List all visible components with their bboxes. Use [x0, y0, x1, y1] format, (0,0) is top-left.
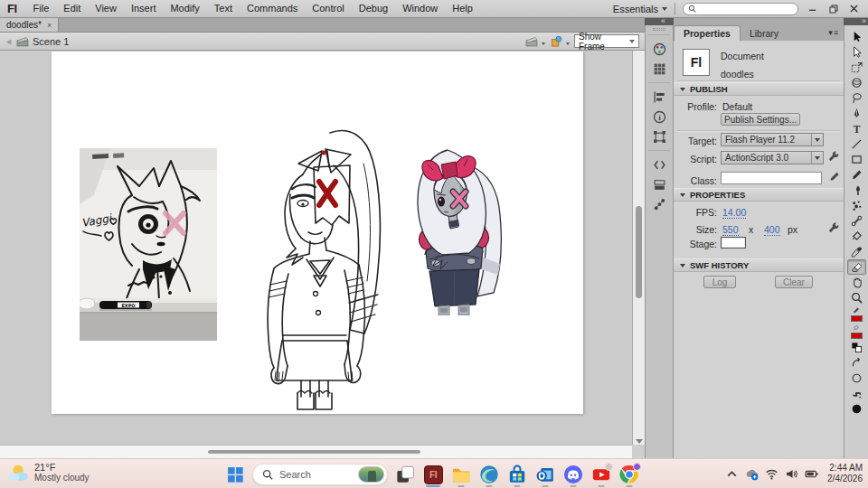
selection-tool[interactable]	[847, 29, 866, 44]
stage-horizontal-scrollbar[interactable]	[0, 445, 632, 458]
menu-modify[interactable]: Modify	[163, 0, 206, 17]
3d-rotation-tool[interactable]	[847, 75, 866, 90]
color-panel-icon[interactable]	[648, 39, 670, 59]
swap-colors-tool[interactable]	[847, 355, 866, 371]
taskbar-app-chrome[interactable]	[618, 463, 640, 486]
menu-edit[interactable]: Edit	[56, 0, 88, 17]
class-input[interactable]	[721, 172, 822, 184]
taskbar-app-outlook[interactable]	[534, 463, 556, 486]
eyedropper-tool[interactable]	[847, 244, 866, 259]
wrench-icon[interactable]	[828, 222, 840, 234]
hand-tool[interactable]	[847, 275, 866, 290]
dock-grip-handle[interactable]	[653, 28, 665, 31]
pencil-tool[interactable]	[847, 167, 866, 183]
eraser-tool[interactable]	[847, 259, 866, 275]
battery-icon[interactable]	[805, 467, 818, 481]
document-name[interactable]: doodles	[721, 69, 754, 80]
expand-tools-icon[interactable]: »	[862, 18, 866, 24]
edit-symbols-button[interactable]	[550, 35, 562, 47]
tab-properties[interactable]: Properties	[674, 25, 741, 41]
stage-canvas[interactable]: Vaggi EXPO	[52, 52, 583, 414]
line-tool[interactable]	[847, 136, 866, 152]
weather-widget[interactable]: 21°F Mostly cloudy	[7, 462, 90, 483]
section-properties[interactable]: PROPERTIES	[674, 188, 844, 202]
menu-commands[interactable]: Commands	[240, 0, 305, 17]
menu-file[interactable]: File	[26, 0, 57, 17]
eraser-shape-tool[interactable]	[847, 401, 866, 417]
edit-scene-button[interactable]	[525, 36, 538, 47]
size-width-value[interactable]: 550	[722, 224, 739, 236]
pen-tool[interactable]	[847, 106, 866, 121]
artwork-line-art-character[interactable]	[258, 126, 393, 415]
document-tab-doodles[interactable]: doodles* ×	[0, 18, 59, 32]
search-highlight-image[interactable]	[358, 466, 384, 483]
log-button[interactable]: Log	[703, 276, 736, 288]
taskbar-app-store[interactable]	[506, 463, 528, 486]
section-swf-history[interactable]: SWF HISTORY	[674, 258, 844, 272]
scroll-down-arrow-icon[interactable]	[636, 439, 643, 444]
subselection-tool[interactable]	[847, 44, 866, 60]
faucet-tool[interactable]	[847, 386, 866, 401]
menu-view[interactable]: View	[88, 0, 124, 17]
bone-tool[interactable]	[847, 213, 866, 229]
menu-text[interactable]: Text	[207, 0, 240, 17]
taskbar-app-youtube[interactable]	[590, 463, 612, 486]
taskbar-app-flash[interactable]: Fl	[422, 463, 444, 486]
zoom-tool[interactable]	[847, 290, 866, 305]
motion-presets-panel-icon[interactable]	[648, 194, 670, 214]
black-white-tool[interactable]	[847, 340, 866, 355]
menu-window[interactable]: Window	[395, 0, 445, 17]
panel-menu-icon[interactable]: ▾≡	[828, 28, 839, 37]
wrench-icon[interactable]	[828, 151, 840, 163]
pasteboard[interactable]: Vaggi EXPO	[0, 51, 632, 445]
menu-debug[interactable]: Debug	[352, 0, 395, 17]
size-height-value[interactable]: 400	[764, 224, 780, 236]
taskbar-clock[interactable]: 2:44 AM 2/4/2026	[827, 463, 863, 484]
pencil-edit-icon[interactable]	[829, 171, 840, 183]
wifi-icon[interactable]	[765, 467, 778, 481]
transform-panel-icon[interactable]	[648, 127, 670, 146]
swatches-panel-icon[interactable]	[648, 59, 670, 79]
menu-control[interactable]: Control	[305, 0, 351, 17]
rectangle-tool[interactable]	[847, 152, 866, 167]
minimize-button[interactable]	[806, 3, 819, 14]
close-button[interactable]	[847, 3, 861, 14]
clear-button[interactable]: Clear	[775, 276, 813, 288]
taskbar-search[interactable]: Search	[252, 464, 388, 485]
tab-library[interactable]: Library	[741, 25, 788, 41]
vertical-scroll-thumb[interactable]	[636, 206, 642, 298]
tab-close-icon[interactable]: ×	[47, 21, 52, 30]
stage-color-swatch[interactable]	[721, 237, 746, 249]
lasso-tool[interactable]	[847, 90, 866, 106]
stroke-color-tool[interactable]	[847, 305, 866, 323]
taskbar-app-task-view[interactable]	[394, 463, 416, 486]
script-select[interactable]: ActionScript 3.0	[721, 151, 824, 164]
app-search-input[interactable]	[683, 3, 798, 15]
text-tool[interactable]: T	[847, 121, 866, 136]
horizontal-scroll-thumb[interactable]	[208, 450, 420, 454]
volume-icon[interactable]	[785, 467, 798, 481]
start-button[interactable]	[224, 463, 246, 486]
stage-zoom-select[interactable]: Show Frame	[574, 34, 639, 48]
section-publish[interactable]: PUBLISH	[674, 82, 844, 96]
scene-breadcrumb[interactable]: Scene 1	[33, 36, 69, 47]
taskbar-app-edge[interactable]	[478, 463, 500, 486]
components-panel-icon[interactable]	[648, 174, 670, 194]
paint-bucket-tool[interactable]	[847, 229, 866, 244]
eraser-mode-tool[interactable]	[847, 371, 866, 386]
chevron-up-icon[interactable]	[725, 467, 739, 481]
fps-value[interactable]: 14.00	[722, 207, 746, 219]
code-snippets-panel-icon[interactable]	[648, 155, 670, 174]
onedrive-icon[interactable]	[745, 467, 759, 481]
menu-help[interactable]: Help	[445, 0, 480, 17]
target-select[interactable]: Flash Player 11.2	[721, 133, 824, 146]
workspace-switcher[interactable]: Essentials	[613, 4, 667, 14]
align-panel-icon[interactable]	[648, 87, 670, 107]
info-panel-icon[interactable]: i	[648, 107, 670, 127]
deco-spray-tool[interactable]	[847, 198, 866, 213]
taskbar-app-file-explorer[interactable]	[450, 463, 472, 486]
artwork-whiteboard-photo[interactable]: Vaggi EXPO	[80, 148, 217, 341]
free-transform-tool[interactable]	[847, 60, 866, 75]
publish-settings-button[interactable]: Publish Settings...	[721, 113, 800, 126]
taskbar-app-discord[interactable]	[562, 463, 584, 486]
